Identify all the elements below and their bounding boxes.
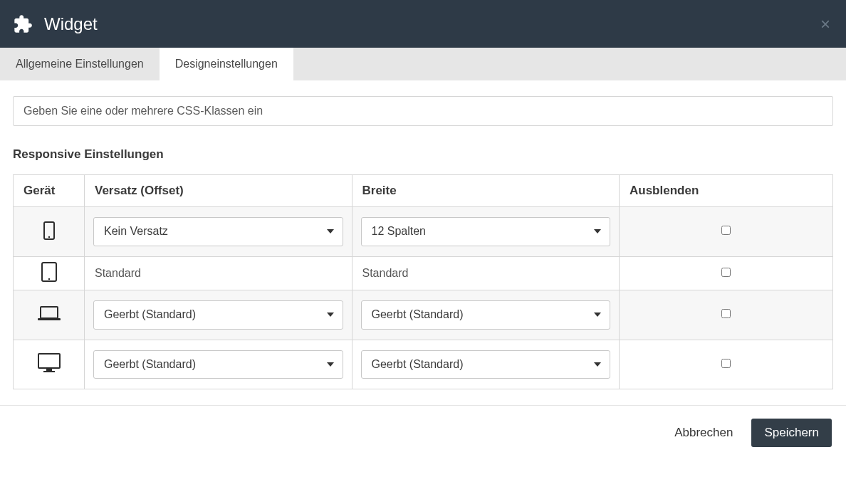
th-hide: Ausblenden [620, 175, 833, 207]
tab-general[interactable]: Allgemeine Einstellungen [0, 48, 160, 80]
select-value: Kein Versatz [104, 225, 168, 237]
select-value: Geerbt (Standard) [104, 358, 196, 370]
width-select-laptop[interactable]: Geerbt (Standard) [361, 300, 611, 330]
chevron-down-icon [327, 362, 334, 367]
hide-checkbox-tablet[interactable] [721, 268, 731, 277]
desktop-icon [36, 352, 62, 374]
chevron-down-icon [594, 229, 601, 233]
offset-select-phone[interactable]: Kein Versatz [93, 217, 343, 246]
puzzle-icon [13, 14, 33, 34]
laptop-icon [36, 305, 62, 322]
hide-checkbox-phone[interactable] [721, 226, 731, 235]
table-row: Standard Standard [14, 256, 833, 290]
responsive-settings-title: Responsive Einstellungen [13, 147, 833, 162]
select-value: 12 Spalten [372, 225, 427, 237]
close-icon[interactable]: × [820, 16, 830, 33]
chevron-down-icon [594, 313, 601, 317]
th-device: Gerät [14, 175, 85, 207]
svg-point-3 [48, 278, 49, 280]
offset-text-tablet: Standard [93, 267, 142, 279]
modal-header: Widget × [0, 0, 846, 48]
width-select-desktop[interactable]: Geerbt (Standard) [361, 350, 611, 379]
svg-rect-4 [41, 307, 58, 318]
responsive-table: Gerät Versatz (Offset) Breite Ausblenden… [13, 174, 833, 389]
svg-rect-8 [43, 371, 55, 372]
css-classes-input[interactable] [13, 96, 833, 126]
svg-rect-7 [46, 368, 52, 371]
modal-title: Widget [44, 14, 98, 34]
th-offset: Versatz (Offset) [85, 175, 352, 207]
cancel-button[interactable]: Abbrechen [672, 420, 736, 446]
offset-select-laptop[interactable]: Geerbt (Standard) [93, 300, 343, 330]
svg-rect-6 [38, 354, 60, 368]
table-row: Geerbt (Standard) Geerbt (Standard) [14, 340, 833, 389]
phone-icon [43, 221, 55, 240]
tablet-icon [41, 262, 57, 282]
hide-checkbox-desktop[interactable] [721, 359, 731, 368]
modal-footer: Abbrechen Speichern [0, 405, 846, 460]
chevron-down-icon [594, 362, 601, 367]
offset-select-desktop[interactable]: Geerbt (Standard) [93, 350, 343, 379]
select-value: Geerbt (Standard) [372, 308, 464, 320]
table-row: Geerbt (Standard) Geerbt (Standard) [14, 290, 833, 340]
select-value: Geerbt (Standard) [104, 308, 196, 320]
select-value: Geerbt (Standard) [372, 358, 464, 370]
width-text-tablet: Standard [361, 267, 410, 279]
svg-point-1 [48, 236, 49, 238]
tab-design[interactable]: Designeinstellungen [160, 48, 293, 80]
save-button[interactable]: Speichern [751, 419, 832, 447]
chevron-down-icon [327, 313, 334, 317]
chevron-down-icon [327, 229, 334, 233]
width-select-phone[interactable]: 12 Spalten [361, 217, 611, 246]
svg-rect-5 [38, 318, 61, 320]
th-width: Breite [352, 175, 620, 207]
tab-bar: Allgemeine Einstellungen Designeinstellu… [0, 48, 846, 80]
table-row: Kein Versatz 12 Spalten [14, 207, 833, 257]
hide-checkbox-laptop[interactable] [721, 309, 731, 318]
